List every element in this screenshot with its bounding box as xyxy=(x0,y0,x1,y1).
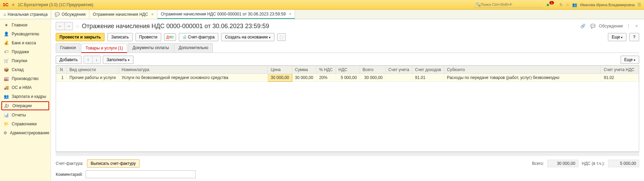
col-n[interactable]: N xyxy=(56,66,67,74)
close-icon[interactable]: × xyxy=(634,24,639,29)
col-nomen[interactable]: Номенклатура xyxy=(119,66,268,74)
structure-button[interactable]: ⬚ xyxy=(277,33,286,41)
sidebar-bank[interactable]: 💰Банк и касса xyxy=(0,38,51,47)
link-icon[interactable]: 🔗 xyxy=(579,24,587,29)
nav-buttons: ← → xyxy=(56,22,73,30)
fill-button[interactable]: Заполнить▾ xyxy=(103,56,133,64)
report-icon: 📊 xyxy=(3,113,9,117)
col-income[interactable]: Счет доходов xyxy=(412,66,444,74)
sidebar-sales[interactable]: 🏷Продажи xyxy=(0,47,51,56)
cell-acct[interactable] xyxy=(385,74,412,82)
cell-subconto[interactable]: Расходы по передаче товаров (работ, услу… xyxy=(444,74,601,82)
tab-home[interactable]: ⌂ Начальная страница xyxy=(0,10,51,19)
innertab-goods[interactable]: Товары и услуги (1) xyxy=(81,44,128,53)
search-icon: 🔍 xyxy=(476,2,481,7)
cell-income[interactable]: 91.01 xyxy=(412,74,444,82)
col-acct[interactable]: Счет учета xyxy=(385,66,412,74)
post-close-button[interactable]: Провести и закрыть xyxy=(56,33,105,41)
col-total[interactable]: Всего xyxy=(360,66,385,74)
add-row-button[interactable]: Добавить xyxy=(56,56,81,64)
user-icon[interactable]: 👥 xyxy=(572,2,577,7)
username[interactable]: Иванова Ирина Владимировна xyxy=(580,3,635,7)
innertab-main[interactable]: Главное xyxy=(56,43,80,53)
create-based-button[interactable]: Создать на основании▾ xyxy=(221,33,274,41)
more-button[interactable]: Еще▾ xyxy=(608,33,626,41)
sidebar-warehouse[interactable]: 📦Склад xyxy=(0,65,51,74)
cell-n[interactable]: 1 xyxy=(56,74,67,82)
create-based-label: Создать на основании xyxy=(225,35,268,39)
favorite-toggle[interactable]: ☆ xyxy=(75,23,80,30)
sidebar-label: Справочники xyxy=(12,122,37,126)
sidebar-salary[interactable]: 👥Зарплата и кадры xyxy=(0,92,51,101)
cell-sum[interactable]: 30 000,00 xyxy=(292,74,316,82)
cell-acct-nds[interactable]: 91.02 xyxy=(601,74,639,82)
tab-doc-list[interactable]: Отражение начисления НДС × xyxy=(89,10,157,19)
save-button[interactable]: Записать xyxy=(107,33,132,41)
tree-icon: ⬚ xyxy=(280,35,283,39)
invoice-button[interactable]: 🖨 Счет-фактура xyxy=(179,33,218,41)
sidebar-label: Банк и касса xyxy=(12,41,36,45)
col-acct-nds[interactable]: Счет учета НДС xyxy=(601,66,639,74)
move-down-button[interactable]: ↓ xyxy=(92,56,100,64)
nav-back[interactable]: ← xyxy=(56,22,64,30)
innertab-additional[interactable]: Дополнительно xyxy=(174,43,212,53)
col-price[interactable]: Цена xyxy=(268,66,292,74)
move-up-button[interactable]: ↑ xyxy=(84,56,92,64)
discuss-icon[interactable]: 💬 xyxy=(589,24,597,29)
notif-badge: 1 xyxy=(549,1,554,4)
sidebar-label: Руководителю xyxy=(12,32,39,36)
sidebar-purchases[interactable]: 🛒Покупки xyxy=(0,56,51,65)
star-icon[interactable]: ☆ xyxy=(566,2,569,7)
hamburger-icon[interactable]: ≡ xyxy=(12,2,14,7)
cell-total[interactable]: 30 000,00 xyxy=(360,74,385,82)
close-icon[interactable]: × xyxy=(289,12,291,16)
sidebar-director[interactable]: 👤Руководителю xyxy=(0,30,51,38)
cart-icon: 🛒 xyxy=(3,58,9,63)
col-nds[interactable]: НДС xyxy=(336,66,360,74)
search-input[interactable] xyxy=(481,2,542,7)
goods-table[interactable]: N Вид ценности Номенклатура Цена Сумма %… xyxy=(56,65,639,152)
chat-icon: 💬 xyxy=(55,12,60,17)
col-vat[interactable]: % НДС xyxy=(316,66,336,74)
close-icon[interactable]: × xyxy=(151,12,154,17)
discuss-label[interactable]: Обсуждение xyxy=(599,24,623,29)
post-button[interactable]: Провести xyxy=(135,33,161,41)
cell-price[interactable]: 30 000,00 xyxy=(268,74,292,82)
cell-vat[interactable]: 20% xyxy=(316,74,336,82)
logo-1c: 1C xyxy=(3,2,9,7)
cell-nds[interactable]: 5 000,00 xyxy=(336,74,360,82)
sidebar-directories[interactable]: 📁Справочники xyxy=(0,120,51,128)
sidebar-label: ОС и НМА xyxy=(12,85,32,90)
dtkt-button[interactable]: ДтКт xyxy=(164,33,176,41)
nav-forward[interactable]: → xyxy=(64,22,73,30)
sidebar-main[interactable]: ★Главное xyxy=(0,21,51,30)
issue-invoice-button[interactable]: Выписать счет-фактуру xyxy=(87,159,140,168)
more-label: Еще xyxy=(612,35,620,39)
col-sum[interactable]: Сумма xyxy=(292,66,316,74)
innertab-payments[interactable]: Документы оплаты xyxy=(128,43,173,53)
comment-input[interactable] xyxy=(86,170,196,178)
history-icon[interactable]: ↻ xyxy=(559,2,563,7)
sidebar-osnma[interactable]: 🚚ОС и НМА xyxy=(0,83,51,92)
settings-icon[interactable]: ☰ xyxy=(637,2,641,7)
sidebar-reports[interactable]: 📊Отчеты xyxy=(0,111,51,120)
sidebar-label: Покупки xyxy=(12,58,27,63)
horizontal-scrollbar[interactable] xyxy=(56,152,639,156)
table-row[interactable]: 1 Прочие работы и услуги Услуги по безво… xyxy=(56,74,639,82)
table-more-button[interactable]: Еще▾ xyxy=(621,56,639,64)
col-subconto[interactable]: Субконто xyxy=(444,66,601,74)
bell-icon[interactable]: ● xyxy=(546,2,550,8)
col-type[interactable]: Вид ценности xyxy=(67,66,119,74)
cell-type[interactable]: Прочие работы и услуги xyxy=(67,74,119,82)
help-button[interactable]: ? xyxy=(629,33,639,41)
sidebar-operations[interactable]: ДтОперации xyxy=(1,101,49,110)
tab-doc-current[interactable]: Отражение начисления НДС 0000-000001 от … xyxy=(157,10,295,19)
global-search[interactable]: 🔍 xyxy=(474,1,543,8)
more-icon[interactable]: ⋮ xyxy=(625,24,632,29)
invoice-label: Счет-фактура xyxy=(188,35,215,39)
sidebar-production[interactable]: 🏭Производство xyxy=(0,74,51,83)
sidebar-admin[interactable]: ⚙Администрирование xyxy=(0,128,51,137)
total-value: 30 000,00 xyxy=(547,160,578,167)
cell-nomen[interactable]: Услуги по безвозмездной передаче основно… xyxy=(119,74,268,82)
tab-discuss[interactable]: 💬 Обсуждения xyxy=(51,10,89,19)
